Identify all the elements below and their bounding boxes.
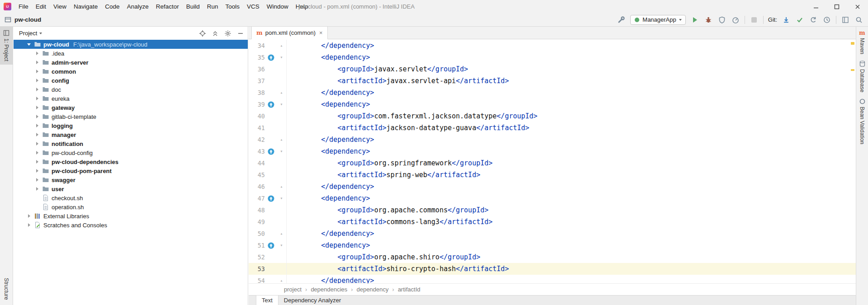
fold-end-icon[interactable]: ▴ <box>277 134 287 145</box>
toolbar-project-crumb[interactable]: pw-cloud <box>5 16 41 23</box>
tree-item-admin-server[interactable]: admin-server <box>14 58 248 67</box>
maven-dependency-gutter-icon[interactable] <box>265 192 277 204</box>
menu-window[interactable]: Window <box>263 0 292 13</box>
menu-code[interactable]: Code <box>101 0 123 13</box>
code-line-35[interactable]: 35▾ <dependency> <box>249 52 856 63</box>
expand-arrow-icon[interactable] <box>34 151 40 155</box>
profiler-button[interactable] <box>731 15 740 24</box>
expand-arrow-icon[interactable] <box>34 97 40 100</box>
fold-start-icon[interactable]: ▾ <box>277 239 287 251</box>
expand-arrow-icon[interactable] <box>34 88 40 91</box>
expand-arrow-icon[interactable] <box>34 115 40 118</box>
close-button[interactable] <box>847 0 868 13</box>
menu-build[interactable]: Build <box>183 0 203 13</box>
bottom-tab-dependency-analyzer[interactable]: Dependency Analyzer <box>278 296 346 305</box>
history-button[interactable] <box>822 15 831 24</box>
maven-dependency-gutter-icon[interactable] <box>265 239 277 251</box>
code-line-37[interactable]: 37 <artifactId>javax.servlet-api</artifa… <box>249 75 856 87</box>
tree-item-pw-cloud-root[interactable]: pw-cloud F:\java_workspace\pw-cloud <box>14 40 248 49</box>
breadcrumb-dependencies[interactable]: dependencies <box>311 286 347 293</box>
code-line-49[interactable]: 49 <artifactId>commons-lang3</artifactId… <box>249 216 856 228</box>
editor-tab-pom-xml[interactable]: m pom.xml (common) × <box>251 27 328 39</box>
search-everywhere-icon[interactable] <box>854 15 863 24</box>
tree-item-swagger[interactable]: swagger <box>14 175 248 184</box>
expand-arrow-icon[interactable] <box>34 124 40 127</box>
maven-dependency-gutter-icon[interactable] <box>265 99 277 110</box>
collapse-all-icon[interactable] <box>212 30 219 37</box>
git-revert-button[interactable] <box>809 15 818 24</box>
expand-arrow-icon[interactable] <box>34 169 40 173</box>
error-stripe[interactable] <box>849 39 856 283</box>
tree-item-external-libraries[interactable]: External Libraries <box>14 211 248 221</box>
tree-item-gateway[interactable]: gateway <box>14 103 248 112</box>
tree-item-logging[interactable]: logging <box>14 121 248 130</box>
breadcrumb-dependency[interactable]: dependency <box>357 286 389 293</box>
debug-button[interactable] <box>704 15 713 24</box>
tree-item-gitlab-ci-template[interactable]: gitlab-ci-template <box>14 112 248 121</box>
tree-item-config[interactable]: config <box>14 76 248 85</box>
chevron-down-icon[interactable] <box>39 33 42 34</box>
tree-item-idea[interactable]: .idea <box>14 49 248 58</box>
run-with-coverage-button[interactable] <box>717 15 726 24</box>
fold-end-icon[interactable]: ▴ <box>277 275 287 283</box>
git-update-button[interactable] <box>782 15 791 24</box>
maximize-button[interactable] <box>826 0 847 13</box>
tool-tab-project[interactable]: 1: Project <box>0 27 13 65</box>
maven-dependency-gutter-icon[interactable] <box>265 145 277 157</box>
fold-start-icon[interactable]: ▾ <box>277 145 287 157</box>
menu-edit[interactable]: Edit <box>32 0 50 13</box>
tool-tab-bean-validation[interactable]: Bean Validation <box>856 95 868 147</box>
expand-arrow-icon[interactable] <box>34 52 40 55</box>
expand-arrow-icon[interactable] <box>34 142 40 145</box>
code-line-34[interactable]: 34▴ </dependency> <box>249 40 856 52</box>
run-configuration-select[interactable]: ManagerApp <box>630 15 685 25</box>
minimize-button[interactable] <box>806 0 826 13</box>
code-line-53[interactable]: 53 <artifactId>shiro-crypto-hash</artifa… <box>249 263 856 275</box>
code-line-44[interactable]: 44 <groupId>org.springframework</groupId… <box>249 157 856 169</box>
code-editor[interactable]: 34▴ </dependency>35▾ <dependency>36 <gro… <box>249 39 856 283</box>
expand-arrow-icon[interactable] <box>34 133 40 136</box>
code-line-54[interactable]: 54▴ </dependency> <box>249 275 856 283</box>
menu-refactor[interactable]: Refactor <box>152 0 183 13</box>
tree-item-common[interactable]: common <box>14 67 248 76</box>
build-hammer-icon[interactable] <box>617 15 626 24</box>
expand-arrow-icon[interactable] <box>34 187 40 191</box>
code-line-50[interactable]: 50▴ </dependency> <box>249 228 856 239</box>
run-button[interactable] <box>690 15 699 24</box>
error-stripe-mark[interactable] <box>851 42 854 45</box>
tree-item-user[interactable]: user <box>14 184 248 193</box>
fold-start-icon[interactable]: ▾ <box>277 99 287 110</box>
tree-item-manager[interactable]: manager <box>14 130 248 139</box>
settings-gear-icon[interactable] <box>224 30 231 37</box>
code-line-36[interactable]: 36 <groupId>javax.servlet</groupId> <box>249 63 856 75</box>
expand-arrow-icon[interactable] <box>34 178 40 182</box>
code-line-45[interactable]: 45 <artifactId>spring-web</artifactId> <box>249 169 856 181</box>
menu-run[interactable]: Run <box>203 0 222 13</box>
menu-view[interactable]: View <box>50 0 70 13</box>
expand-arrow-icon[interactable] <box>26 214 32 218</box>
error-stripe-mark[interactable] <box>851 69 854 71</box>
expand-arrow-icon[interactable] <box>34 160 40 164</box>
code-line-52[interactable]: 52 <groupId>org.apache.shiro</groupId> <box>249 251 856 263</box>
code-line-47[interactable]: 47▾ <dependency> <box>249 192 856 204</box>
bottom-tab-text[interactable]: Text <box>256 296 278 305</box>
fold-end-icon[interactable]: ▴ <box>277 228 287 239</box>
collapse-arrow-icon[interactable] <box>26 43 32 46</box>
fold-end-icon[interactable]: ▴ <box>277 40 287 52</box>
code-line-40[interactable]: 40 <groupId>com.fasterxml.jackson.dataty… <box>249 110 856 122</box>
tree-item-operation-sh[interactable]: operation.sh <box>14 202 248 211</box>
hide-panel-icon[interactable] <box>237 30 244 37</box>
code-line-39[interactable]: 39▾ <dependency> <box>249 99 856 110</box>
tool-tab-maven[interactable]: m Maven <box>856 27 868 57</box>
expand-arrow-icon[interactable] <box>26 223 32 227</box>
expand-arrow-icon[interactable] <box>34 79 40 82</box>
tree-item-pw-cloud-dependencies[interactable]: pw-cloud-dependencies <box>14 157 248 166</box>
tree-item-pw-cloud-config[interactable]: pw-cloud-config <box>14 148 248 157</box>
breadcrumb-project[interactable]: project <box>284 286 302 293</box>
menu-tools[interactable]: Tools <box>222 0 244 13</box>
tool-tab-database[interactable]: Database <box>856 57 868 95</box>
close-tab-icon[interactable]: × <box>318 29 323 36</box>
code-line-41[interactable]: 41 <artifactId>jackson-datatype-guava</a… <box>249 122 856 134</box>
code-line-46[interactable]: 46▴ </dependency> <box>249 181 856 192</box>
expand-arrow-icon[interactable] <box>34 61 40 64</box>
